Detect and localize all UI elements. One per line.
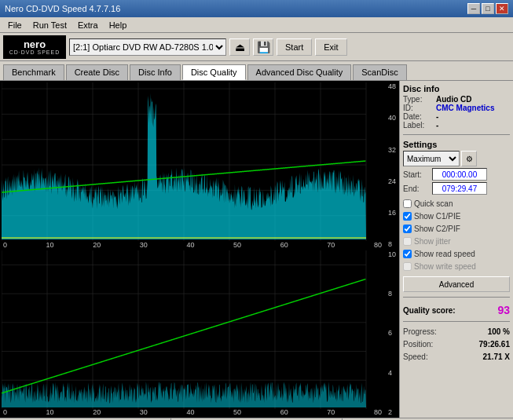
- disc-label-value: -: [436, 121, 438, 130]
- title-bar-controls: ─ □ ✕: [467, 3, 508, 14]
- disc-info-section: Disc info Type: Audio CD ID: CMC Magneti…: [403, 84, 510, 130]
- menu-extra[interactable]: Extra: [73, 20, 103, 31]
- id-value: CMC Magnetics: [436, 104, 494, 112]
- advanced-button[interactable]: Advanced: [403, 276, 510, 292]
- type-value: Audio CD: [436, 95, 472, 104]
- show-c1-row: Show C1/PIE: [403, 212, 510, 221]
- settings-title: Settings: [403, 140, 510, 149]
- eject-icon-button[interactable]: ⏏: [229, 38, 250, 56]
- disc-label-label: Label:: [403, 121, 434, 130]
- close-button[interactable]: ✕: [496, 3, 508, 14]
- menu-file[interactable]: File: [3, 20, 27, 31]
- progress-row: Progress: 100 %: [403, 327, 510, 336]
- show-jitter-checkbox: [403, 237, 412, 246]
- show-read-speed-checkbox[interactable]: [403, 250, 412, 258]
- menu-bar: File Run Test Extra Help: [0, 17, 513, 33]
- end-time-input[interactable]: [432, 182, 487, 195]
- speed-label: Speed:: [403, 352, 428, 361]
- speed-select[interactable]: Maximum: [403, 151, 460, 166]
- start-time-row: Start:: [403, 168, 510, 181]
- show-write-speed-checkbox: [403, 262, 412, 271]
- quick-scan-checkbox[interactable]: [403, 199, 412, 208]
- show-read-speed-label: Show read speed: [414, 250, 475, 258]
- show-c1-checkbox[interactable]: [403, 212, 412, 221]
- speed-value: 21.71 X: [483, 352, 510, 361]
- show-c1-label: Show C1/PIE: [414, 212, 460, 221]
- tab-disc-quality[interactable]: Disc Quality: [182, 64, 246, 80]
- date-value: -: [436, 112, 438, 121]
- show-c2-label: Show C2/PIF: [414, 225, 460, 233]
- end-time-row: End:: [403, 182, 510, 195]
- settings-section: Settings Maximum ⚙ Start: End:: [403, 140, 510, 196]
- position-value: 79:26.61: [479, 340, 510, 349]
- title-bar-title: Nero CD-DVD Speed 4.7.7.16: [5, 4, 120, 13]
- exit-button[interactable]: Exit: [315, 38, 346, 56]
- disc-info-title: Disc info: [403, 84, 510, 93]
- save-icon-button[interactable]: 💾: [253, 38, 273, 56]
- quick-scan-label: Quick scan: [414, 199, 453, 208]
- show-jitter-label: Show jitter: [414, 237, 451, 246]
- date-label: Date:: [403, 112, 434, 121]
- divider-1: [403, 134, 510, 135]
- show-c2-checkbox[interactable]: [403, 225, 412, 233]
- drive-select[interactable]: [2:1] Optiarc DVD RW AD-7280S 1.01: [69, 38, 226, 56]
- quality-value: 93: [497, 304, 510, 316]
- start-time-input[interactable]: [432, 168, 487, 181]
- show-c2-row: Show C2/PIF: [403, 225, 510, 233]
- quick-scan-row: Quick scan: [403, 199, 510, 208]
- tab-disc-info[interactable]: Disc Info: [130, 64, 181, 80]
- main-content: 48403224168 01020304050607080 108642 010…: [0, 81, 513, 418]
- speed-row: Maximum ⚙: [403, 151, 510, 166]
- quality-label: Quality score:: [403, 306, 456, 315]
- title-bar: Nero CD-DVD Speed 4.7.7.16 ─ □ ✕: [0, 0, 513, 17]
- show-jitter-row: Show jitter: [403, 237, 510, 246]
- type-label: Type:: [403, 95, 434, 104]
- end-time-label: End:: [403, 184, 431, 193]
- position-label: Position:: [403, 340, 433, 349]
- divider-2: [403, 297, 510, 298]
- quality-row: Quality score: 93: [403, 304, 510, 316]
- menu-help[interactable]: Help: [104, 20, 132, 31]
- divider-3: [403, 321, 510, 322]
- minimize-button[interactable]: ─: [467, 3, 480, 14]
- show-write-speed-row: Show write speed: [403, 262, 510, 271]
- id-label: ID:: [403, 104, 434, 112]
- tab-advanced-disc-quality[interactable]: Advanced Disc Quality: [247, 64, 352, 80]
- menu-run-test[interactable]: Run Test: [28, 20, 71, 31]
- tab-benchmark[interactable]: Benchmark: [3, 64, 64, 80]
- toolbar: nero CD·DVD SPEED [2:1] Optiarc DVD RW A…: [0, 33, 513, 61]
- start-button[interactable]: Start: [277, 38, 312, 56]
- settings-icon-button[interactable]: ⚙: [461, 151, 477, 166]
- show-write-speed-label: Show write speed: [414, 262, 476, 271]
- speed-row: Speed: 21.71 X: [403, 352, 510, 361]
- tab-scandisc[interactable]: ScanDisc: [353, 64, 406, 80]
- position-row: Position: 79:26.61: [403, 340, 510, 349]
- show-read-speed-row: Show read speed: [403, 250, 510, 258]
- progress-label: Progress:: [403, 327, 437, 336]
- right-panel: Disc info Type: Audio CD ID: CMC Magneti…: [399, 81, 513, 418]
- tab-create-disc[interactable]: Create Disc: [66, 64, 128, 80]
- start-time-label: Start:: [403, 170, 431, 179]
- nero-logo: nero CD·DVD SPEED: [3, 35, 66, 59]
- progress-value: 100 %: [488, 327, 510, 336]
- maximize-button[interactable]: □: [482, 3, 494, 14]
- tab-bar: Benchmark Create Disc Disc Info Disc Qua…: [0, 61, 513, 81]
